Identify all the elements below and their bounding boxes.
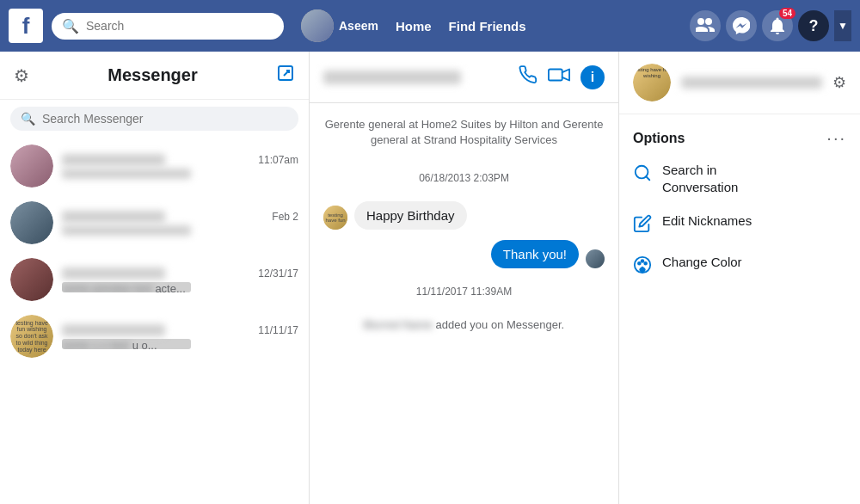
conv-time: Feb 2 — [272, 211, 298, 223]
conv-info: Blurred Name Long Feb 2 Preview text her… — [62, 211, 298, 236]
conv-time: 11:07am — [258, 154, 298, 166]
options-section: Options ··· Search inConversation — [619, 114, 860, 309]
added-text: added you on Messenger. — [436, 318, 565, 331]
svg-point-7 — [642, 260, 644, 262]
messenger-search[interactable]: 🔍 — [10, 107, 298, 131]
conv-avatar — [10, 258, 53, 301]
avatar — [301, 9, 334, 42]
dropdown-icon: ▼ — [838, 20, 848, 32]
compose-icon[interactable] — [276, 64, 295, 87]
added-name: Blurred Name — [364, 318, 433, 331]
right-panel-header: testing have fun wishing ⚙ — [619, 52, 860, 114]
conversation-item[interactable]: Blurred Name Long Feb 2 Preview text her… — [0, 194, 309, 251]
chat-header-name — [323, 71, 461, 84]
message-row: testing have fun Happy Birthday — [323, 201, 605, 230]
option-label: Search inConversation — [662, 162, 738, 197]
search-in-conv-icon — [633, 163, 652, 187]
option-label: Edit Nicknames — [662, 212, 752, 230]
phone-icon[interactable] — [519, 65, 538, 89]
nav-user: Aseem — [301, 9, 378, 42]
conv-preview: Preview text here — [62, 169, 191, 179]
conv-time: 11/11/17 — [258, 324, 298, 336]
options-title: Options — [633, 131, 685, 146]
option-label: Change Color — [662, 254, 742, 271]
date-label: 06/18/2013 2:03PM — [323, 172, 605, 184]
facebook-logo: f — [9, 9, 43, 43]
svg-line-4 — [646, 176, 649, 180]
nav-dropdown-btn[interactable]: ▼ — [834, 10, 851, 41]
help-icon-btn[interactable]: ? — [798, 10, 829, 41]
messenger-search-icon: 🔍 — [21, 112, 35, 126]
edit-nicknames-icon — [633, 214, 652, 238]
conv-avatar — [10, 144, 53, 187]
conv-name: Blurred Name 4 — [62, 324, 165, 336]
chat-messages: Gerente general at Home2 Suites by Hilto… — [310, 103, 618, 504]
nav-home[interactable]: Home — [396, 19, 432, 34]
search-icon: 🔍 — [62, 18, 79, 34]
chat-header-actions: i — [519, 65, 605, 89]
messenger-icon-btn[interactable] — [726, 10, 757, 41]
outgoing-avatar — [586, 249, 605, 268]
nav-icons: 54 ? ▼ — [690, 10, 851, 41]
conv-preview: some preview text acte... — [62, 282, 191, 292]
friends-icon-btn[interactable] — [690, 10, 721, 41]
conv-preview: Preview text here two — [62, 225, 191, 236]
conv-avatar: testing havefun wishingso don't askto wi… — [10, 315, 53, 358]
video-icon[interactable] — [548, 65, 570, 89]
options-header: Options ··· — [633, 128, 846, 148]
sidebar: ⚙ Messenger 🔍 — [0, 52, 310, 504]
nav-links: Home Find Friends — [396, 19, 526, 34]
options-more-btn[interactable]: ··· — [826, 128, 846, 148]
info-icon: i — [591, 70, 594, 85]
conversation-item[interactable]: Blurred Name 3 12/31/17 some preview tex… — [0, 251, 309, 308]
message-row-outgoing: Thank you! — [323, 240, 605, 268]
option-edit-nicknames[interactable]: Edit Nicknames — [633, 212, 846, 238]
message-bubble: Happy Birthday — [354, 201, 467, 230]
conversation-item[interactable]: testing havefun wishingso don't askto wi… — [0, 308, 309, 365]
sidebar-header-icons — [276, 64, 295, 87]
help-icon: ? — [809, 17, 819, 35]
sidebar-title: Messenger — [108, 65, 198, 85]
date-label-2: 11/11/2017 11:39AM — [323, 286, 605, 298]
main-layout: ⚙ Messenger 🔍 — [0, 52, 860, 504]
option-search-conversation[interactable]: Search inConversation — [633, 162, 846, 197]
notification-badge: 54 — [779, 8, 796, 19]
top-navigation: f 🔍 Aseem Home Find Friends 54 ? ▼ — [0, 0, 860, 52]
conv-name: Blurred Name 3 — [62, 267, 165, 280]
conv-info: Blurred Name 4 11/11/17 some u o text u … — [62, 324, 298, 349]
sidebar-header: ⚙ Messenger — [0, 52, 309, 100]
svg-point-8 — [644, 261, 647, 264]
rp-avatar: testing have fun wishing — [633, 64, 671, 101]
svg-rect-2 — [549, 69, 562, 80]
right-panel: testing have fun wishing ⚙ Options ··· S… — [619, 52, 860, 504]
conv-time: 12/31/17 — [258, 267, 298, 280]
rp-name — [681, 77, 822, 89]
conv-name: Blurred Name Long — [62, 211, 165, 223]
messenger-search-input[interactable] — [42, 112, 288, 126]
change-color-icon — [633, 255, 652, 280]
nav-user-name[interactable]: Aseem — [339, 19, 378, 33]
conversation-item[interactable]: Blurred Name 11:07am Preview text here — [0, 138, 309, 194]
chat-area: i Gerente general at Home2 Suites by Hil… — [310, 52, 619, 504]
search-bar[interactable]: 🔍 — [52, 13, 284, 40]
option-change-color[interactable]: Change Color — [633, 254, 846, 280]
info-icon-btn[interactable]: i — [580, 65, 605, 89]
chat-header: i — [310, 52, 618, 103]
conv-info: Blurred Name 3 12/31/17 some preview tex… — [62, 267, 298, 292]
notifications-icon-btn[interactable]: 54 — [762, 10, 793, 41]
conv-avatar — [10, 201, 53, 244]
nav-find-friends[interactable]: Find Friends — [449, 19, 526, 34]
msg-avatar: testing have fun — [323, 206, 347, 230]
conversation-list: Blurred Name 11:07am Preview text here B… — [0, 138, 309, 504]
conv-info: Blurred Name 11:07am Preview text here — [62, 154, 298, 179]
bio-text: Gerente general at Home2 Suites by Hilto… — [323, 117, 605, 148]
svg-point-6 — [638, 261, 641, 264]
search-input[interactable] — [86, 19, 273, 33]
settings-gear-icon[interactable]: ⚙ — [14, 65, 29, 86]
system-message: Blurred Name added you on Messenger. — [323, 318, 605, 331]
conv-preview: some u o text u o... — [62, 339, 191, 349]
conv-name: Blurred Name — [62, 154, 165, 166]
rp-gear-icon[interactable]: ⚙ — [832, 73, 846, 92]
message-bubble-outgoing: Thank you! — [491, 240, 579, 268]
